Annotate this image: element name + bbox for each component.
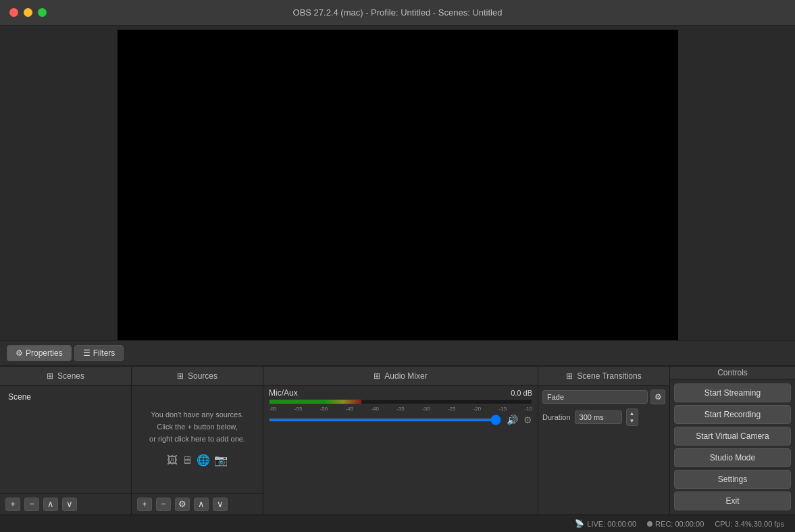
audio-meter [269,399,532,404]
scenes-header-icon: ⊞ [47,371,53,381]
scenes-header: ⊞ Scenes [0,367,131,385]
rec-status: REC: 00:00:00 [647,520,704,528]
audio-meter-bar [270,400,361,404]
controls-panel: Controls Start Streaming Start Recording… [670,367,795,514]
transitions-panel: ⊞ Scene Transitions Fade Cut Swipe ⚙ Dur… [538,367,670,514]
sources-up-button[interactable]: ∧ [194,498,209,511]
sources-empty: You don't have any sources. Click the + … [136,390,259,489]
sources-empty-line2: Click the + button below, [157,421,238,433]
controls-content: Start Streaming Start Recording Start Vi… [670,379,795,514]
audio-track-db: 0.0 dB [511,389,532,397]
audio-header: ⊞ Audio Mixer [263,367,538,385]
transitions-header-label: Scene Transitions [577,371,641,381]
scenes-down-button[interactable]: ∨ [62,498,77,511]
transition-type-select[interactable]: Fade Cut Swipe [542,390,648,404]
traffic-lights [9,8,47,17]
filters-label: Filters [93,348,116,358]
statusbar: 📡 LIVE: 00:00:00 REC: 00:00:00 CPU: 3.4%… [0,514,795,532]
scenes-header-label: Scenes [57,371,84,381]
start-streaming-button[interactable]: Start Streaming [674,383,791,402]
audio-content: Mic/Aux 0.0 dB -60 -55 -50 -45 -40 -35 -… [263,385,538,431]
start-virtual-camera-button[interactable]: Start Virtual Camera [674,427,791,446]
properties-label: Properties [26,348,63,358]
transitions-header-icon: ⊞ [566,371,573,381]
sources-icon-row: 🖼 🖥 🌐 📷 [167,452,228,469]
studio-mode-button[interactable]: Studio Mode [674,448,791,467]
camera-source-icon: 📷 [214,452,228,469]
duration-label: Duration [542,413,571,421]
close-button[interactable] [9,8,18,17]
audio-settings-button[interactable]: ⚙ [523,415,532,425]
sources-panel: ⊞ Sources You don't have any sources. Cl… [132,367,263,514]
audio-header-label: Audio Mixer [384,371,427,381]
scenes-content: Scene [0,385,131,493]
sources-empty-line1: You don't have any sources. [151,409,243,421]
properties-icon: ⚙ [16,348,23,358]
audio-track-header: Mic/Aux 0.0 dB [269,388,532,398]
rec-label: REC: 00:00:00 [655,520,704,528]
sources-header-label: Sources [188,371,217,381]
scenes-up-button[interactable]: ∧ [43,498,58,511]
scenes-add-button[interactable]: + [5,498,20,511]
meter-labels: -60 -55 -50 -45 -40 -35 -30 -25 -20 -15 … [269,406,532,412]
transition-type-row: Fade Cut Swipe ⚙ [542,390,665,404]
start-recording-button[interactable]: Start Recording [674,405,791,424]
sources-remove-button[interactable]: − [156,498,171,511]
audio-track: Mic/Aux 0.0 dB -60 -55 -50 -45 -40 -35 -… [269,388,532,425]
sources-settings-button[interactable]: ⚙ [175,498,190,511]
live-icon: 📡 [575,519,584,528]
toolbar-row: ⚙ Properties ☰ Filters [0,340,795,366]
preview-canvas [118,30,678,340]
rec-dot-icon [647,521,652,527]
volume-slider[interactable] [269,419,501,421]
bottom-section: ⊞ Scenes Scene + − ∧ ∨ ⊞ Sources You don… [0,366,795,514]
audio-header-icon: ⊞ [374,371,380,381]
sources-header-icon: ⊞ [177,371,184,381]
cpu-label: CPU: 3.4%,30.00 fps [715,520,784,528]
properties-button[interactable]: ⚙ Properties [7,345,72,361]
scenes-footer: + − ∧ ∨ [0,493,131,514]
sources-add-button[interactable]: + [137,498,152,511]
titlebar: OBS 27.2.4 (mac) - Profile: Untitled - S… [0,0,795,26]
mute-button[interactable]: 🔊 [507,415,518,425]
audio-track-name: Mic/Aux [269,388,298,398]
maximize-button[interactable] [38,8,47,17]
transitions-header: ⊞ Scene Transitions [538,367,669,385]
sources-empty-line3: or right click here to add one. [149,433,245,446]
sources-footer: + − ⚙ ∧ ∨ [132,493,263,514]
controls-header: Controls [670,367,795,379]
display-source-icon: 🖥 [182,452,193,469]
live-label: LIVE: 00:00:00 [587,520,636,528]
duration-input[interactable] [575,410,622,424]
cpu-status: CPU: 3.4%,30.00 fps [715,520,784,528]
image-source-icon: 🖼 [167,452,178,469]
duration-row: Duration ▲ ▼ [542,408,665,426]
exit-button[interactable]: Exit [674,491,791,510]
filters-button[interactable]: ☰ Filters [74,345,124,361]
audio-controls-row: 🔊 ⚙ [269,415,532,425]
controls-header-label: Controls [717,368,748,377]
sources-down-button[interactable]: ∨ [213,498,228,511]
window-title: OBS 27.2.4 (mac) - Profile: Untitled - S… [293,7,503,18]
main-area: ⚙ Properties ☰ Filters ⊞ Scenes Scene + … [0,26,795,532]
live-status: 📡 LIVE: 00:00:00 [575,519,636,528]
sources-header: ⊞ Sources [132,367,263,385]
duration-spinner[interactable]: ▲ ▼ [626,408,638,426]
transitions-content: Fade Cut Swipe ⚙ Duration ▲ ▼ [538,385,669,430]
settings-button[interactable]: Settings [674,470,791,489]
preview-area [0,26,795,340]
browser-source-icon: 🌐 [197,452,210,469]
audio-panel: ⊞ Audio Mixer Mic/Aux 0.0 dB -60 -55 -50 [263,367,538,514]
scene-item[interactable]: Scene [4,390,127,404]
sources-content[interactable]: You don't have any sources. Click the + … [132,385,263,493]
minimize-button[interactable] [24,8,32,17]
scenes-remove-button[interactable]: − [24,498,39,511]
scenes-panel: ⊞ Scenes Scene + − ∧ ∨ [0,367,132,514]
transition-settings-button[interactable]: ⚙ [650,390,665,404]
filters-icon: ☰ [83,348,91,358]
